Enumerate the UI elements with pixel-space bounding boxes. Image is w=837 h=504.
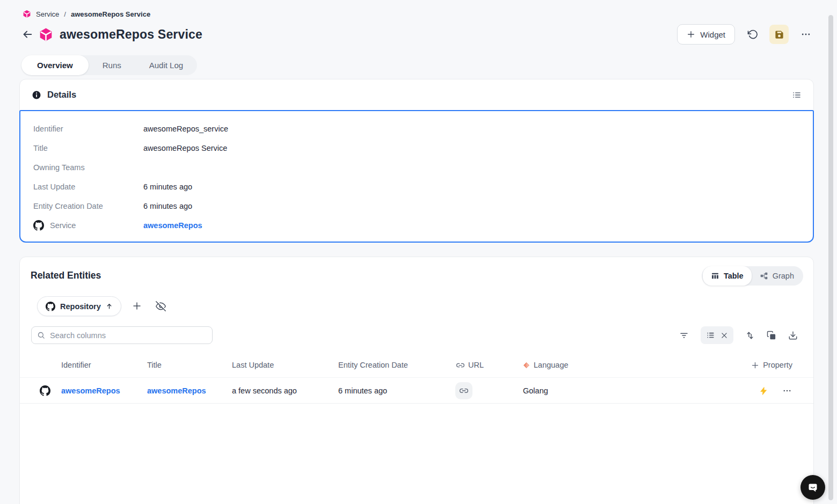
table-row[interactable]: awesomeRepos awesomeRepos a few seconds … (20, 378, 813, 404)
list-view-button[interactable] (706, 331, 715, 340)
add-widget-button[interactable]: Widget (677, 24, 735, 45)
graph-view-button[interactable]: Graph (752, 267, 802, 284)
details-header: Details (20, 79, 813, 110)
add-property-button[interactable]: Property (751, 352, 792, 378)
undo-button[interactable] (743, 25, 762, 44)
plus-icon (132, 301, 142, 311)
page-title: awesomeRepos Service (60, 27, 202, 42)
search-columns-input[interactable] (50, 331, 207, 340)
filter-icon (679, 331, 689, 340)
detail-row-entity-creation-date: Entity Creation Date 6 minutes ago (20, 196, 813, 216)
row-more-button[interactable] (779, 378, 795, 404)
graph-view-label: Graph (773, 272, 794, 280)
sort-button[interactable] (745, 331, 755, 340)
details-properties[interactable]: Identifier awesomeRepos_service Title aw… (19, 110, 814, 243)
table-view-button[interactable]: Table (703, 266, 752, 286)
ellipsis-icon (800, 29, 811, 40)
breadcrumb: Service / awesomeRepos Service (23, 10, 150, 18)
repository-filter-pill[interactable]: Repository (37, 296, 121, 316)
arrow-up-icon (106, 303, 113, 310)
back-button[interactable] (20, 27, 34, 41)
entity-cube-icon (39, 27, 53, 42)
hide-columns-button[interactable] (153, 298, 168, 313)
tab-audit-log[interactable]: Audit Log (135, 55, 197, 75)
column-header-url-label: URL (468, 361, 484, 369)
details-widget: Details Identifier awesomeRepos_service … (19, 79, 814, 243)
entity-page: Service / awesomeRepos Service awesomeRe… (0, 0, 837, 504)
plus-icon (687, 30, 695, 39)
row-url-link-button[interactable] (455, 382, 472, 399)
column-header-title[interactable]: Title (147, 352, 162, 378)
detail-label: Owning Teams (33, 163, 143, 172)
link-icon (460, 386, 468, 395)
add-relation-button[interactable] (129, 298, 144, 313)
detail-label: Title (33, 144, 143, 152)
plus-icon (751, 361, 759, 369)
column-header-last-update[interactable]: Last Update (232, 352, 274, 378)
search-icon (37, 331, 45, 339)
column-header-language[interactable]: Language (523, 352, 569, 378)
clear-group-button[interactable] (720, 332, 728, 339)
row-last-update: a few seconds ago (232, 378, 297, 404)
column-header-entity-creation-date[interactable]: Entity Creation Date (338, 352, 408, 378)
detail-value: 6 minutes ago (143, 182, 192, 191)
row-title-link[interactable]: awesomeRepos (147, 386, 206, 395)
save-button[interactable] (769, 25, 789, 44)
detail-value: awesomeRepos_service (143, 125, 228, 133)
detail-row-last-update: Last Update 6 minutes ago (20, 177, 813, 196)
view-toggle: Table Graph (702, 266, 803, 286)
column-header-url[interactable]: URL (456, 352, 484, 378)
group-by-chip (701, 326, 733, 344)
add-property-label: Property (763, 361, 792, 369)
details-list-view-icon[interactable] (792, 90, 802, 100)
chat-bubble-icon (806, 481, 819, 494)
detail-label: Entity Creation Date (33, 202, 143, 210)
page-header: awesomeRepos Service Widget (20, 24, 816, 45)
row-language: Golang (523, 378, 548, 404)
detail-value: 6 minutes ago (143, 202, 192, 210)
table-toolbar (679, 326, 798, 344)
breadcrumb-separator: / (64, 10, 66, 18)
link-icon (456, 361, 464, 369)
eye-off-icon (156, 301, 166, 311)
lightning-bolt-icon (759, 386, 768, 396)
sort-arrows-icon (745, 331, 755, 340)
service-link[interactable]: awesomeRepos (143, 221, 202, 230)
back-arrow-icon (21, 28, 33, 40)
info-icon (32, 90, 41, 100)
more-options-button[interactable] (796, 25, 816, 44)
diamond-icon (523, 362, 530, 369)
related-entities-title: Related Entities (31, 270, 101, 281)
graph-icon (760, 272, 768, 280)
add-widget-label: Widget (700, 30, 725, 39)
detail-row-owning-teams: Owning Teams (20, 158, 813, 177)
header-actions: Widget (677, 24, 816, 45)
github-icon (40, 378, 50, 404)
github-icon (46, 302, 55, 311)
detail-row-service: Service awesomeRepos (20, 216, 813, 235)
breadcrumb-current: awesomeRepos Service (71, 10, 150, 18)
table-icon (711, 272, 719, 280)
copy-icon (767, 331, 776, 340)
actions-bolt-button[interactable] (759, 378, 768, 404)
tab-runs[interactable]: Runs (89, 55, 135, 75)
details-title: Details (47, 90, 76, 100)
ellipsis-icon (782, 386, 792, 396)
filter-button[interactable] (679, 331, 689, 340)
detail-row-title: Title awesomeRepos Service (20, 138, 813, 158)
scrollbar[interactable] (828, 15, 833, 500)
breadcrumb-section[interactable]: Service (36, 10, 59, 18)
copy-button[interactable] (767, 331, 776, 340)
row-identifier-link[interactable]: awesomeRepos (61, 386, 120, 395)
detail-label: Last Update (33, 182, 143, 191)
download-button[interactable] (788, 331, 798, 340)
chat-launcher-button[interactable] (800, 475, 825, 500)
tab-overview[interactable]: Overview (21, 55, 89, 75)
related-entities-table: Identifier Title Last Update Entity Crea… (20, 352, 813, 404)
column-header-identifier[interactable]: Identifier (61, 352, 91, 378)
save-floppy-icon (774, 30, 784, 40)
detail-value: awesomeRepos Service (143, 144, 227, 152)
github-icon (33, 220, 44, 231)
related-entities-widget: Related Entities Table Graph Repository (19, 257, 814, 504)
detail-label-text: Service (50, 221, 76, 230)
